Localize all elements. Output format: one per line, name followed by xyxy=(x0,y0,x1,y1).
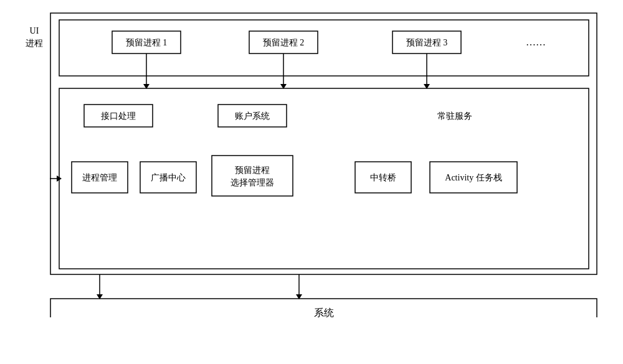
selector-label-line1: 预留进程 xyxy=(235,166,270,175)
resident-service-label: 常驻服务 xyxy=(437,111,472,121)
svg-rect-1 xyxy=(59,20,589,76)
svg-rect-16 xyxy=(212,156,293,196)
svg-rect-0 xyxy=(50,13,597,274)
process2-label: 预留进程 2 xyxy=(263,38,305,47)
process-mgmt-label: 进程管理 xyxy=(82,173,117,182)
ui-process-label: UI 进程 xyxy=(25,25,44,49)
architecture-diagram: UI 进程 预留进程 1 预留进程 2 预留进程 3 …… xyxy=(25,12,598,352)
activity-stack-label: Activity 任务栈 xyxy=(445,173,502,182)
ellipsis-label: …… xyxy=(526,37,546,47)
system-label: 系统 xyxy=(314,307,334,317)
process1-label: 预留进程 1 xyxy=(126,38,168,47)
svg-rect-11 xyxy=(59,88,589,269)
process3-label: 预留进程 3 xyxy=(406,38,448,47)
bridge-label: 中转桥 xyxy=(370,173,396,182)
interface-label: 接口处理 xyxy=(101,111,136,121)
selector-label-line2: 选择管理器 xyxy=(231,178,274,187)
account-label: 账户系统 xyxy=(235,111,270,121)
broadcast-label: 广播中心 xyxy=(151,173,186,182)
main-diagram-svg: 预留进程 1 预留进程 2 预留进程 3 …… 接口处理 账户系统 xyxy=(50,12,598,317)
